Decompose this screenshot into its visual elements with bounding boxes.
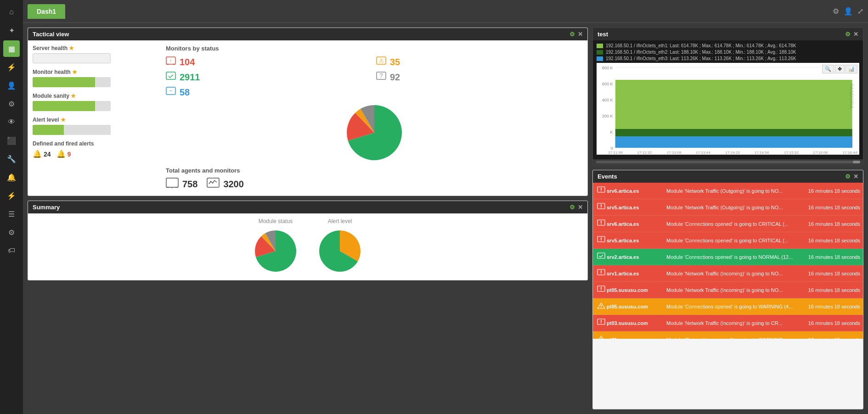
sidebar-notifications[interactable]: 🔔 <box>3 169 20 185</box>
alert-level-label: Alert level ★ <box>33 117 161 123</box>
svg-point-43 <box>601 191 602 192</box>
monitor-health-label: Monitor health ★ <box>33 69 161 75</box>
summary-gear-icon[interactable]: ⚙ <box>569 204 575 211</box>
sidebar-users[interactable]: 👤 <box>3 77 20 94</box>
module-status-item: Module status <box>253 218 299 275</box>
monitor-icon <box>207 178 220 191</box>
test-widget-title: test <box>597 31 608 38</box>
svg-text:600 K: 600 K <box>602 82 613 86</box>
event-host-1: srv5.artica.es <box>607 205 666 210</box>
events-delete-icon[interactable]: ✕ <box>853 173 858 180</box>
alert-item-fire: 🔔 9 <box>56 150 71 158</box>
event-host-9: pt01.sususu.com <box>607 337 666 339</box>
sidebar-tools[interactable]: 🔧 <box>3 151 20 167</box>
event-msg-6: Module 'Network Traffic (Incoming)' is g… <box>666 287 800 293</box>
sidebar-admin[interactable]: ⚙ <box>3 95 20 112</box>
sidebar-topology[interactable]: ✦ <box>3 22 20 39</box>
warning-icon: ⚠ <box>376 56 386 68</box>
network-chart-svg: 800 K 600 K 400 K 200 K K 0 <box>597 63 859 155</box>
sidebar-view[interactable]: 👁 <box>3 114 20 130</box>
chart-scrollbar <box>593 159 863 165</box>
event-msg-5: Module 'Network Traffic (Incoming)' is g… <box>666 271 800 276</box>
event-icon-4 <box>596 252 607 261</box>
event-msg-3: Module 'Connections opened' is going to … <box>666 238 800 243</box>
sidebar-tags[interactable]: 🏷 <box>3 242 20 259</box>
event-msg-7: Module 'Connections opened' is going to … <box>666 304 800 309</box>
event-time-6: 16 minutes 18 seconds <box>800 287 860 293</box>
svg-rect-53 <box>597 253 605 258</box>
event-row-3[interactable]: srv5.artica.esModule 'Connections opened… <box>593 232 863 249</box>
summary-header: Summary ⚙ ✕ <box>28 201 587 213</box>
event-row-8[interactable]: pt03.sususu.comModule 'Network Traffic (… <box>593 315 863 331</box>
tab-dash1[interactable]: Dash1 <box>28 4 65 19</box>
event-host-2: srv6.artica.es <box>607 221 666 227</box>
sidebar-home[interactable]: ⌂ <box>3 4 20 20</box>
events-widget: Events ⚙ ✕ srv6.artica.esModule 'Network… <box>592 170 863 409</box>
tactical-delete-icon[interactable]: ✕ <box>578 31 583 38</box>
event-row-4[interactable]: srv2.artica.esModule 'Connections opened… <box>593 249 863 265</box>
event-row-0[interactable]: srv6.artica.esModule 'Network Traffic (O… <box>593 183 863 199</box>
monitor-unknown: ? 92 <box>376 72 583 83</box>
svg-text:↑: ↑ <box>170 58 172 63</box>
svg-point-56 <box>601 274 602 274</box>
sidebar: ⌂ ✦ ▦ ⚡ 👤 ⚙ 👁 ⬛ 🔧 🔔 ⚡ ☰ ⚙ 🏷 <box>0 0 23 414</box>
alerts-section-label: Defined and fired alerts <box>33 140 161 147</box>
tactical-gear-icon[interactable]: ⚙ <box>569 31 575 38</box>
topbar-gear-icon[interactable]: ⚙ <box>833 7 839 16</box>
server-health-star: ★ <box>69 45 74 51</box>
svg-text:17:16:44: 17:16:44 <box>843 151 857 155</box>
chart-export-btn[interactable]: 📊 <box>845 65 857 73</box>
svg-text:17:11:56: 17:11:56 <box>608 151 623 155</box>
sidebar-events[interactable]: ⚡ <box>3 187 20 204</box>
event-icon-5 <box>596 269 607 278</box>
chart-area: 🔍 ✥ 📊 800 K 600 K <box>597 63 859 155</box>
test-widget: test ⚙ ✕ 192.168.50.1 / ifInOctets_eth1:… <box>592 28 863 165</box>
event-host-8: pt03.sususu.com <box>607 320 666 326</box>
event-msg-8: Module 'Network Traffic (Incoming)' is g… <box>666 320 800 326</box>
event-time-2: 16 minutes 18 seconds <box>800 221 860 227</box>
svg-text:17:15:32: 17:15:32 <box>784 151 799 155</box>
left-panel: Tactical view ⚙ ✕ Server health ★ <box>28 28 588 409</box>
sidebar-alerts[interactable]: ⚡ <box>3 59 20 75</box>
svg-rect-30 <box>615 136 852 148</box>
tactical-view-header: Tactical view ⚙ ✕ <box>28 28 587 40</box>
event-row-2[interactable]: srv6.artica.esModule 'Connections opened… <box>593 216 863 232</box>
event-row-1[interactable]: srv5.artica.esModule 'Network Traffic (O… <box>593 199 863 216</box>
alert-level-pie <box>317 228 363 274</box>
topbar-expand-icon[interactable]: ⤢ <box>857 7 863 16</box>
sidebar-settings[interactable]: ⚙ <box>3 224 20 241</box>
summary-delete-icon[interactable]: ✕ <box>578 204 583 211</box>
sidebar-dashboard[interactable]: ▦ <box>3 40 20 57</box>
tactical-view-title: Tactical view <box>33 31 69 38</box>
sidebar-reports[interactable]: ☰ <box>3 206 20 222</box>
event-row-7[interactable]: pt05.sususu.comModule 'Connections opene… <box>593 298 863 315</box>
event-row-6[interactable]: pt05.sususu.comModule 'Network Traffic (… <box>593 282 863 298</box>
svg-text:K: K <box>610 130 613 134</box>
monitor-health-section: Monitor health ★ <box>33 69 161 87</box>
alert-item-bell: 🔔 24 <box>33 150 51 158</box>
svg-point-62 <box>601 307 602 308</box>
event-row-5[interactable]: srv1.artica.esModule 'Network Traffic (I… <box>593 265 863 282</box>
test-delete-icon[interactable]: ✕ <box>853 31 858 38</box>
svg-point-49 <box>601 224 602 225</box>
chart-cursor-btn[interactable]: ✥ <box>835 65 845 73</box>
event-msg-1: Module 'Network Traffic (Outgoing)' is g… <box>666 205 800 210</box>
svg-text:17:13:08: 17:13:08 <box>667 151 682 155</box>
chart-zoom-btn[interactable]: 🔍 <box>822 65 834 73</box>
event-host-7: pt05.sususu.com <box>607 304 666 309</box>
svg-text:0: 0 <box>611 146 613 151</box>
event-time-9: 16 minutes 18 seconds <box>800 337 860 339</box>
event-icon-0 <box>596 186 607 195</box>
test-gear-icon[interactable]: ⚙ <box>845 31 851 38</box>
total-agents-section: Total agents and monitors 758 <box>166 167 583 191</box>
event-icon-1 <box>596 203 607 212</box>
topbar: Dash1 ⚙ 👤 ⤢ <box>23 0 868 23</box>
svg-text:17:14:20: 17:14:20 <box>725 151 740 155</box>
sidebar-modules[interactable]: ⬛ <box>3 132 20 149</box>
svg-text:PANDORA: PANDORA <box>849 84 855 109</box>
bell-count: 24 <box>44 151 51 158</box>
events-gear-icon[interactable]: ⚙ <box>845 173 851 180</box>
topbar-user-icon[interactable]: 👤 <box>844 7 853 16</box>
event-row-9[interactable]: pt01.sususu.comModule 'Connections opene… <box>593 331 863 339</box>
alert-level-section: Alert level ★ <box>33 117 161 135</box>
